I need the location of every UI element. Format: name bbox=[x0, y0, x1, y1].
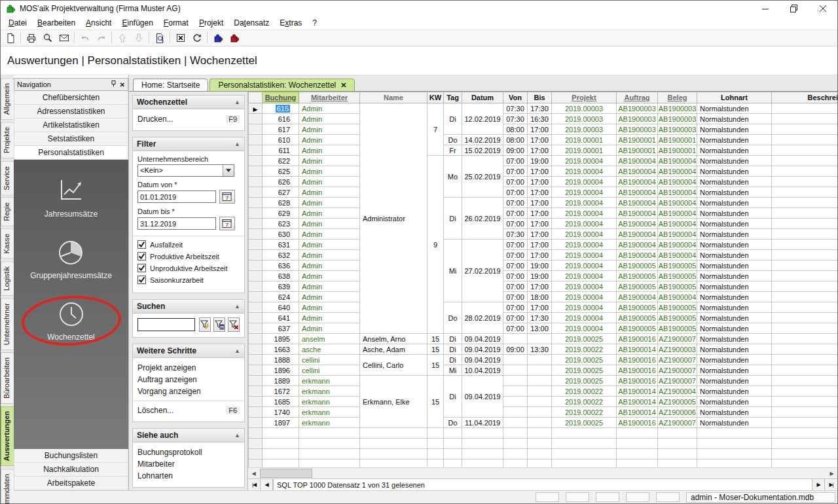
cell-mitarbeiter[interactable]: erkmann bbox=[299, 407, 360, 418]
cell-projekt[interactable]: 2019.00003 bbox=[552, 124, 617, 135]
print-preview-icon[interactable] bbox=[39, 31, 56, 45]
cell-lohnart[interactable]: Normalstunden bbox=[697, 355, 772, 365]
cell-lohnart[interactable]: Normalstunden bbox=[697, 187, 772, 198]
nav-item-arbeitspakete[interactable]: Arbeitspakete bbox=[14, 477, 128, 490]
cell-beschreibung[interactable] bbox=[772, 250, 838, 261]
cell-projekt[interactable]: 2019.00004 bbox=[552, 313, 617, 323]
scrollbar-thumb[interactable] bbox=[260, 469, 312, 478]
row-selector[interactable] bbox=[249, 124, 263, 135]
cell-von[interactable]: 07:00 bbox=[503, 292, 528, 302]
cell-beschreibung[interactable] bbox=[772, 313, 838, 323]
cell-projekt[interactable]: 2019.00022 bbox=[552, 344, 617, 355]
row-selector[interactable] bbox=[249, 302, 263, 313]
cell-projekt[interactable]: 2019.00004 bbox=[552, 187, 617, 198]
cell-projekt[interactable]: 2019.00004 bbox=[552, 198, 617, 208]
unternehmensbereich-select[interactable]: <Kein> bbox=[137, 164, 234, 177]
cell-beleg[interactable]: AB1900004 bbox=[658, 240, 697, 250]
cell-bis[interactable]: 17:00 bbox=[528, 208, 552, 219]
cell-buchung[interactable] bbox=[263, 459, 299, 468]
cell-datum[interactable]: 11.04.2019 bbox=[462, 418, 503, 428]
cell-tag[interactable] bbox=[444, 428, 462, 439]
cell-beleg[interactable]: AB1900003 bbox=[658, 103, 697, 114]
cell-beschreibung[interactable] bbox=[772, 281, 838, 292]
cell-von[interactable] bbox=[503, 449, 528, 459]
command-lohnarten[interactable]: Lohnarten bbox=[137, 470, 240, 482]
row-selector[interactable] bbox=[249, 135, 263, 145]
filter-clear-icon[interactable] bbox=[228, 317, 240, 332]
menu-einfuegen[interactable]: Einfügen bbox=[117, 17, 158, 29]
cell-kw[interactable] bbox=[428, 439, 444, 449]
row-selector[interactable] bbox=[249, 459, 263, 468]
cell-buchung[interactable]: 1663 bbox=[263, 344, 299, 355]
cell-von[interactable]: 07:00 bbox=[503, 208, 528, 219]
cell-bis[interactable]: 19:00 bbox=[528, 261, 552, 271]
cell-buchung[interactable]: 1896 bbox=[263, 365, 299, 376]
cell-auftrag[interactable] bbox=[617, 449, 658, 459]
puzzle-red-icon[interactable] bbox=[226, 31, 242, 45]
menu-extras[interactable]: Extras bbox=[274, 17, 307, 29]
tab-home-startseite[interactable]: Home: Startseite bbox=[133, 79, 208, 91]
nav-item-artikelstatistiken[interactable]: Artikelstatistiken bbox=[14, 118, 128, 132]
cell-tag[interactable]: Mi bbox=[444, 365, 462, 376]
cell-beschreibung[interactable] bbox=[772, 261, 838, 271]
cell-projekt[interactable]: 2019.00001 bbox=[552, 135, 617, 145]
cell-auftrag[interactable]: AB1900004 bbox=[617, 156, 658, 166]
cell-lohnart[interactable]: Normalstunden bbox=[697, 103, 772, 114]
cell-datum[interactable]: 27.02.2019 bbox=[462, 240, 503, 302]
cell-von[interactable]: 07:00 bbox=[503, 281, 528, 292]
cell-auftrag[interactable]: AB1900016 bbox=[617, 376, 658, 386]
cell-auftrag[interactable]: AB1900004 bbox=[617, 250, 658, 261]
row-selector[interactable] bbox=[249, 376, 263, 386]
row-selector[interactable] bbox=[249, 281, 263, 292]
cell-mitarbeiter[interactable]: Admin bbox=[299, 114, 360, 124]
cell-von[interactable] bbox=[503, 334, 528, 344]
excel-export-icon[interactable] bbox=[172, 31, 189, 45]
cell-mitarbeiter[interactable]: asche bbox=[299, 344, 360, 355]
cell-von[interactable]: 07:30 bbox=[503, 229, 528, 240]
cell-beschreibung[interactable] bbox=[772, 376, 838, 386]
cell-beleg[interactable]: AZ1900007 bbox=[658, 334, 697, 344]
cell-von[interactable] bbox=[503, 407, 528, 418]
menu-ansicht[interactable]: Ansicht bbox=[81, 17, 117, 29]
row-selector[interactable] bbox=[249, 198, 263, 208]
restore-button[interactable] bbox=[780, 1, 809, 16]
cell-tag[interactable]: Do bbox=[444, 135, 462, 145]
cell-beschreibung[interactable] bbox=[772, 428, 838, 439]
checkbox-icon[interactable] bbox=[137, 276, 146, 284]
cell-beschreibung[interactable] bbox=[772, 135, 838, 145]
checkbox-ausfallzeit[interactable]: Ausfallzeit bbox=[137, 240, 240, 249]
cell-von[interactable]: 07:00 bbox=[503, 261, 528, 271]
menu-format[interactable]: Format bbox=[158, 17, 194, 29]
cell-auftrag[interactable]: AB1900004 bbox=[617, 187, 658, 198]
cell-projekt[interactable]: 2019.00004 bbox=[552, 229, 617, 240]
cell-beleg[interactable]: AZ1900007 bbox=[658, 418, 697, 428]
cell-buchung[interactable]: 637 bbox=[263, 323, 299, 334]
cell-von[interactable]: 07:30 bbox=[503, 103, 528, 114]
cell-lohnart[interactable]: Normalstunden bbox=[697, 114, 772, 124]
menu-datensatz[interactable]: Datensatz bbox=[228, 17, 274, 29]
cell-projekt[interactable] bbox=[552, 439, 617, 449]
cell-lohnart[interactable]: Normalstunden bbox=[697, 198, 772, 208]
cell-tag[interactable]: Di bbox=[444, 334, 462, 344]
cell-auftrag[interactable]: AB1900016 bbox=[617, 365, 658, 376]
nav-item-personalstatistiken[interactable]: Personalstatistiken bbox=[14, 146, 128, 160]
report-preview-icon[interactable] bbox=[151, 31, 168, 45]
cell-beschreibung[interactable] bbox=[772, 177, 838, 187]
cell-auftrag[interactable]: AB1900004 bbox=[617, 198, 658, 208]
cell-datum[interactable]: 15.02.2019 bbox=[462, 145, 503, 156]
cell-beschreibung[interactable] bbox=[772, 229, 838, 240]
cell-beleg[interactable]: AZ1900003 bbox=[658, 344, 697, 355]
cell-lohnart[interactable]: Normalstunden bbox=[697, 166, 772, 177]
cell-kw[interactable] bbox=[428, 428, 444, 439]
cell-projekt[interactable]: 2019.00003 bbox=[552, 103, 617, 114]
sidebar-tab-unternehmer[interactable]: Unternehmer bbox=[1, 298, 14, 350]
cell-auftrag[interactable]: AB1900003 bbox=[617, 114, 658, 124]
cell-mitarbeiter[interactable]: Admin bbox=[299, 166, 360, 177]
cell-bis[interactable] bbox=[528, 459, 552, 468]
cell-beschreibung[interactable] bbox=[772, 397, 838, 407]
cell-beleg[interactable]: AZ1900006 bbox=[658, 407, 697, 418]
cell-buchung[interactable]: 1888 bbox=[263, 355, 299, 365]
command-projekt-anzeigen[interactable]: Projekt anzeigen bbox=[137, 362, 240, 374]
cell-tag[interactable]: Di bbox=[444, 376, 462, 418]
cell-bis[interactable]: 17:00 bbox=[528, 219, 552, 229]
